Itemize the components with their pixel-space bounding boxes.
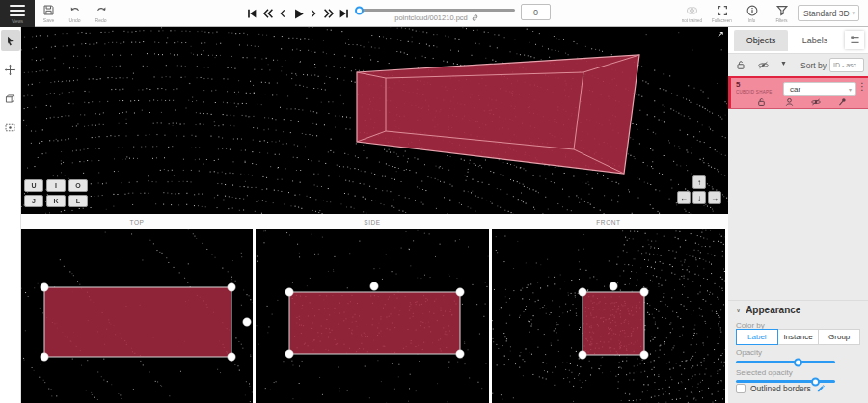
selected-opacity-slider[interactable] bbox=[736, 380, 835, 383]
link-icon[interactable] bbox=[471, 13, 479, 22]
redo-button[interactable]: Redo bbox=[88, 0, 114, 27]
top-view-label: TOP bbox=[21, 214, 253, 229]
opacity-label: Opacity bbox=[736, 348, 762, 357]
nav-down-button[interactable]: ↓ bbox=[692, 191, 706, 204]
color-by-instance-button[interactable]: Instance bbox=[777, 329, 820, 345]
person-icon bbox=[784, 96, 795, 108]
frame-select-icon bbox=[4, 121, 16, 134]
top-toolbar: Views Save Undo Redo pointcloud/001210.p… bbox=[0, 0, 868, 27]
cuboid-annotation-3d[interactable] bbox=[21, 27, 728, 214]
undo-icon bbox=[68, 4, 82, 16]
outlined-borders-checkbox[interactable] bbox=[736, 384, 746, 393]
ortho-view-labels: TOP SIDE FRONT bbox=[21, 214, 728, 229]
color-by-label-button[interactable]: Label bbox=[736, 329, 778, 345]
redo-icon bbox=[95, 4, 108, 16]
layout-mode-select[interactable]: Standard 3D ▾ bbox=[798, 5, 859, 21]
panel-settings-button[interactable] bbox=[845, 31, 864, 49]
selected-opacity-label: Selected opacity bbox=[736, 368, 793, 377]
left-tool-rail bbox=[0, 27, 21, 403]
file-actions: Save Undo Redo bbox=[36, 0, 114, 27]
hotkey-k[interactable]: K bbox=[46, 195, 66, 207]
play-button[interactable] bbox=[290, 4, 306, 23]
step-forward-icon bbox=[308, 7, 319, 20]
hotkey-i[interactable]: I bbox=[46, 179, 66, 192]
frame-select-tool[interactable] bbox=[1, 117, 20, 138]
top-view-annotation[interactable] bbox=[21, 229, 253, 403]
filename: pointcloud/001210.pcd bbox=[394, 13, 467, 22]
pan-tool[interactable] bbox=[1, 59, 20, 80]
fast-backward-button[interactable] bbox=[259, 4, 275, 23]
side-view-annotation[interactable] bbox=[256, 229, 489, 403]
appearance-section: ∨ Appearance Color by Label Instance Gro… bbox=[728, 300, 868, 403]
expand-all-caret[interactable]: ▼ bbox=[780, 60, 787, 67]
frame-slider[interactable] bbox=[359, 9, 515, 12]
nav-left-button[interactable]: ← bbox=[677, 191, 691, 204]
side-view-label: SIDE bbox=[256, 214, 489, 229]
hotkey-o[interactable]: O bbox=[68, 179, 88, 192]
pin-icon bbox=[837, 96, 848, 108]
expand-view-icon[interactable]: ↗ bbox=[717, 29, 724, 39]
undo-button[interactable]: Undo bbox=[62, 0, 88, 27]
opacity-slider[interactable] bbox=[736, 361, 835, 363]
appearance-title: Appearance bbox=[746, 305, 800, 315]
step-backward-button[interactable] bbox=[275, 4, 290, 23]
fullscreen-button[interactable]: Fullscreen bbox=[707, 0, 737, 27]
object-list-toolbar: ▼ Sort by ID - asc… ▾ bbox=[728, 54, 868, 76]
front-view-panel[interactable] bbox=[492, 229, 725, 403]
object-menu-button[interactable]: ⋮ bbox=[857, 82, 867, 92]
object-pin-button[interactable] bbox=[835, 96, 849, 108]
nav-right-button[interactable]: → bbox=[708, 191, 721, 204]
outlined-borders-label: Outlined borders bbox=[750, 384, 811, 393]
skip-start-button[interactable] bbox=[244, 4, 259, 23]
ortho-views bbox=[21, 229, 728, 403]
hotkey-buttons: U I O J K L bbox=[24, 179, 88, 207]
lock-all-button[interactable] bbox=[735, 58, 746, 75]
tab-labels[interactable]: Labels bbox=[792, 30, 838, 51]
cuboid-tool[interactable] bbox=[1, 88, 20, 109]
eye-off-icon bbox=[810, 96, 822, 108]
main-3d-viewport[interactable]: U I O J K L ↑ ← ↓ → ↗ bbox=[21, 27, 728, 214]
not-trained-button[interactable]: not trained bbox=[677, 0, 707, 27]
fullscreen-icon bbox=[716, 4, 729, 17]
object-class-select[interactable]: car ▾ bbox=[783, 82, 856, 96]
fast-backward-icon bbox=[260, 7, 275, 20]
step-forward-button[interactable] bbox=[306, 4, 321, 23]
tab-objects[interactable]: Objects bbox=[734, 30, 788, 51]
color-by-group-button[interactable]: Group bbox=[818, 329, 860, 345]
info-icon bbox=[746, 4, 759, 17]
object-hide-button[interactable] bbox=[809, 96, 823, 108]
side-view-panel[interactable] bbox=[256, 229, 489, 403]
fast-forward-button[interactable] bbox=[321, 4, 337, 23]
chevron-down-icon: ▾ bbox=[849, 86, 852, 93]
filters-button[interactable]: Filters bbox=[767, 0, 797, 27]
info-button[interactable]: Info bbox=[737, 0, 767, 27]
save-button[interactable]: Save bbox=[36, 0, 62, 27]
front-view-label: FRONT bbox=[492, 214, 725, 229]
hamburger-icon bbox=[10, 5, 25, 7]
brain-icon bbox=[685, 4, 699, 17]
object-author-button[interactable] bbox=[782, 96, 796, 108]
top-view-panel[interactable] bbox=[21, 229, 253, 403]
chevron-down-icon: ▾ bbox=[863, 62, 864, 68]
menu-label: Views bbox=[12, 19, 23, 24]
nav-up-button[interactable]: ↑ bbox=[692, 175, 706, 189]
hotkey-l[interactable]: L bbox=[68, 195, 88, 207]
front-view-annotation[interactable] bbox=[492, 229, 725, 403]
hotkey-j[interactable]: J bbox=[24, 195, 43, 207]
lock-icon bbox=[735, 59, 746, 71]
eye-off-icon bbox=[757, 59, 770, 71]
object-lock-button[interactable] bbox=[754, 96, 768, 108]
camera-nav-pad: ↑ ← ↓ → bbox=[677, 175, 721, 204]
appearance-header[interactable]: ∨ Appearance bbox=[736, 305, 800, 315]
sort-select[interactable]: ID - asc… ▾ bbox=[829, 58, 864, 72]
hide-all-button[interactable] bbox=[757, 58, 770, 75]
select-tool[interactable] bbox=[1, 30, 20, 51]
move-icon bbox=[4, 64, 16, 76]
cuboid-icon bbox=[4, 93, 16, 105]
opacity-slider-handle[interactable] bbox=[794, 358, 802, 366]
hotkey-u[interactable]: U bbox=[24, 179, 43, 192]
edit-pencil-icon[interactable] bbox=[816, 384, 826, 393]
frame-number-input[interactable]: 0 bbox=[521, 4, 551, 20]
main-menu-button[interactable]: Views bbox=[0, 0, 35, 27]
object-row-car[interactable]: 5 CUBOID SHAPE car ▾ ⋮ bbox=[728, 76, 868, 109]
